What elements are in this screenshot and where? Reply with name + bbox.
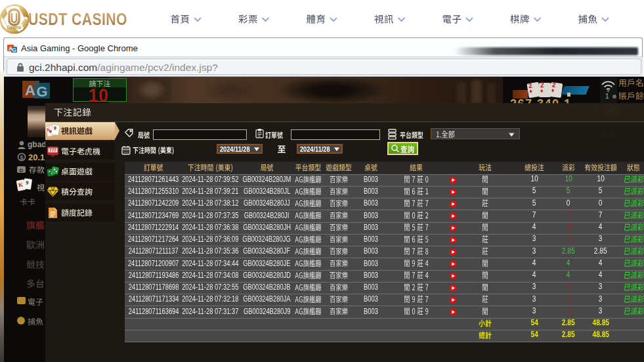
svg-text:A: A	[25, 82, 35, 99]
svg-text:Casino: Casino	[7, 25, 22, 30]
svg-text:G: G	[12, 47, 16, 53]
svg-text:G: G	[36, 83, 47, 100]
